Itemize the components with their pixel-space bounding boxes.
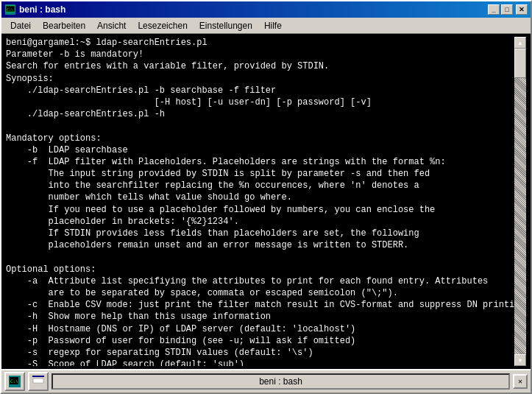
scroll-down-button[interactable]: ▼ — [514, 354, 526, 366]
menu-ansicht[interactable]: Ansicht — [91, 19, 132, 32]
menu-bar: Datei Bearbeiten Ansicht Lesezeichen Ein… — [1, 18, 531, 34]
taskbar-icon-1[interactable]: C:\ — [4, 372, 25, 391]
taskbar-close-button[interactable]: ✕ — [513, 374, 528, 389]
menu-lesezeichen[interactable]: Lesezeichen — [132, 19, 193, 32]
taskbar-icon-2[interactable] — [28, 372, 49, 391]
scrollbar[interactable]: ▲ ▼ — [514, 37, 526, 366]
svg-rect-8 — [33, 379, 43, 383]
menu-hilfe[interactable]: Hilfe — [258, 19, 288, 32]
menu-einstellungen[interactable]: Einstellungen — [194, 19, 258, 32]
window-title: beni : bash — [19, 4, 488, 15]
taskbar-app-button[interactable]: beni : bash — [52, 373, 510, 390]
terminal-output: beni@gargamel:~$ ldap-searchEntries.pl P… — [6, 37, 514, 366]
window-controls: _ □ ✕ — [488, 4, 528, 15]
taskbar-label-area: beni : bash — [52, 373, 510, 390]
scroll-track[interactable] — [514, 49, 526, 354]
title-bar: C:\ beni : bash _ □ ✕ — [1, 1, 531, 18]
maximize-button[interactable]: □ — [501, 4, 513, 15]
svg-text:C:\: C:\ — [7, 7, 13, 12]
close-button[interactable]: ✕ — [516, 4, 528, 15]
main-window: C:\ beni : bash _ □ ✕ Datei Bearbeiten A… — [0, 0, 532, 394]
menu-datei[interactable]: Datei — [4, 19, 37, 32]
window-icon: C:\ — [4, 4, 16, 15]
taskbar: C:\ beni : bash ✕ — [1, 369, 531, 393]
svg-rect-7 — [32, 376, 44, 377]
terminal-area[interactable]: beni@gargamel:~$ ldap-searchEntries.pl P… — [1, 34, 531, 369]
menu-bearbeiten[interactable]: Bearbeiten — [37, 19, 91, 32]
svg-text:C:\: C:\ — [10, 379, 18, 384]
scroll-thumb[interactable] — [514, 49, 526, 78]
scroll-up-button[interactable]: ▲ — [514, 37, 526, 49]
minimize-button[interactable]: _ — [488, 4, 500, 15]
